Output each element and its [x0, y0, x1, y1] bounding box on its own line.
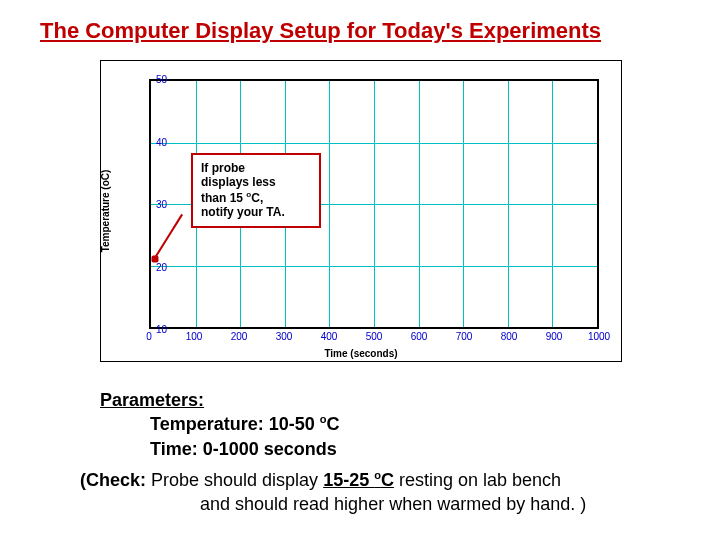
xtick: 500	[366, 331, 383, 342]
callout-text: than 15	[201, 191, 246, 205]
xtick: 800	[501, 331, 518, 342]
callout-text: displays less	[201, 175, 276, 189]
check-range: 15-25 oC	[323, 470, 394, 490]
parameters-block: Parameters: Temperature: 10-50 oC Time: …	[100, 388, 339, 461]
ytick: 50	[156, 74, 167, 85]
check-label: (Check:	[80, 470, 146, 490]
xtick: 300	[276, 331, 293, 342]
xtick: 200	[231, 331, 248, 342]
x-axis-label: Time (seconds)	[101, 348, 621, 359]
xtick: 600	[411, 331, 428, 342]
check-text-line2: and should read higher when warmed by ha…	[200, 492, 586, 516]
param-temperature-unit: C	[326, 414, 339, 434]
page-title: The Computer Display Setup for Today's E…	[40, 18, 601, 44]
xtick: 1000	[588, 331, 610, 342]
degree-symbol: o	[374, 469, 381, 481]
gridline-h	[151, 143, 597, 144]
ytick: 30	[156, 199, 167, 210]
check-note: (Check: Probe should display 15-25 oC re…	[80, 468, 586, 517]
ytick: 40	[156, 136, 167, 147]
y-axis-label: Temperature (oC)	[100, 170, 111, 253]
xtick: 700	[456, 331, 473, 342]
ytick: 20	[156, 261, 167, 272]
parameters-heading: Parameters:	[100, 390, 204, 410]
param-temperature: Temperature: 10-50	[150, 414, 320, 434]
xtick: 0	[146, 331, 152, 342]
check-text: Probe should display	[146, 470, 323, 490]
ytick: 10	[156, 324, 167, 335]
callout-box: If probe displays less than 15 oC, notif…	[191, 153, 321, 228]
param-time: Time: 0-1000 seconds	[150, 439, 337, 459]
callout-text: notify your TA.	[201, 205, 285, 219]
chart-container: Temperature (oC) Time (seconds) 10 20 30…	[100, 60, 622, 362]
callout-text: If probe	[201, 161, 245, 175]
gridline-h	[151, 266, 597, 267]
xtick: 900	[546, 331, 563, 342]
xtick: 100	[186, 331, 203, 342]
xtick: 400	[321, 331, 338, 342]
check-text: resting on lab bench	[394, 470, 561, 490]
callout-text: C,	[251, 191, 263, 205]
